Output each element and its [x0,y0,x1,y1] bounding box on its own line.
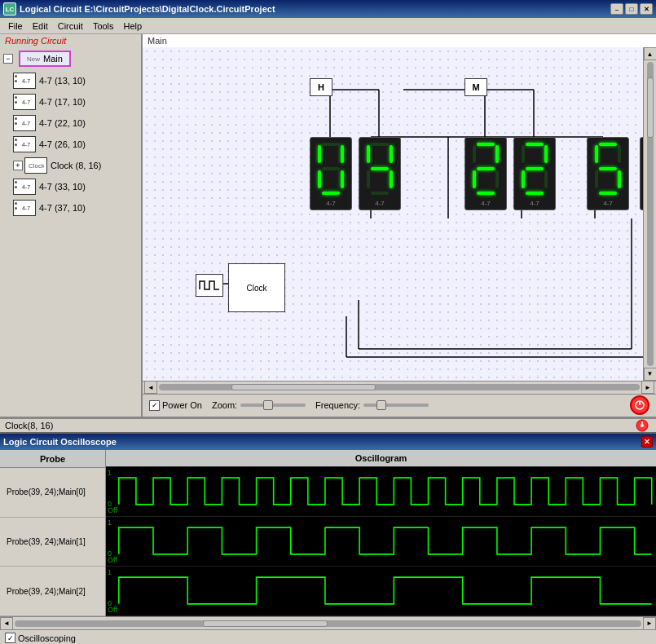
menu-bar: File Edit Circuit Tools Help [0,18,656,34]
seg-display-4: 4-7 [587,137,629,210]
seg-top-2 [477,143,495,146]
minimize-button[interactable]: – [610,3,623,15]
circuit-area: Main [143,34,656,417]
zoom-slider[interactable] [240,404,306,407]
signal-svg-0 [106,467,656,516]
status-bar: Clock(8, 16) [0,418,656,432]
oscilloscope: Logic Circuit Oscilloscope ✕ Probe Probe… [0,432,656,644]
power-button[interactable] [630,395,649,415]
scroll-down-arrow[interactable]: ▼ [644,368,657,381]
osc-scroll-left[interactable]: ◄ [0,617,13,630]
seg-br-2 [495,170,499,188]
seg-tr-1 [390,145,393,163]
seg-top-0 [322,143,340,146]
main-window: Running Circuit − New Main 4-7 4-7 (13, … [0,34,656,644]
h-scrollbar-thumb[interactable] [231,384,376,390]
menu-edit[interactable]: Edit [28,20,53,33]
seg-tr-3 [544,145,548,163]
h-scrollbar[interactable]: ◄ ► [143,381,656,394]
chip-icon-6: 4-7 [13,200,36,216]
chip-icon-5: 4-7 [13,179,36,195]
osc-close-button[interactable]: ✕ [641,436,653,448]
tree-item-label-5: 4-7 (33, 10) [39,182,86,192]
frequency-slider-thumb[interactable] [376,400,386,410]
seg-bl-4 [595,170,598,188]
status-text: Clock(8, 16) [5,421,53,430]
menu-tools[interactable]: Tools [88,20,119,33]
oscilloscoping-control[interactable]: ✓ Oscilloscoping [5,633,76,643]
seg-tr-4 [618,145,621,163]
v-scroll-thumb[interactable] [647,77,654,139]
seg-tl-3 [522,145,525,163]
osc-signal-row-1: 1 0 Off [106,517,656,567]
power-on-control[interactable]: ✓ Power On [149,400,202,411]
osc-scrollbar[interactable]: ◄ ► [0,616,656,629]
frequency-slider[interactable] [363,404,429,407]
seg-label-4: 4-7 [603,200,613,207]
menu-circuit[interactable]: Circuit [53,20,88,33]
top-section: Running Circuit − New Main 4-7 4-7 (13, … [0,34,656,418]
tree-item-6[interactable]: 4-7 4-7 (37, 10) [0,197,141,218]
osc-label-1-row0: 1 [108,469,112,477]
power-on-label: Power On [162,400,202,410]
circuit-area-label: Main [143,34,656,47]
seg-display-3: 4-7 [513,137,556,210]
circuit-wiring [143,47,656,381]
menu-file[interactable]: File [3,20,28,33]
osc-title-bar: Logic Circuit Oscilloscope ✕ [0,434,656,450]
app-icon: LC [3,2,16,15]
tree-item-clock[interactable]: + Clock Clock (8, 16) [0,155,141,176]
seg-mid-3 [526,167,544,170]
power-on-checkbox[interactable]: ✓ [149,400,160,411]
tree-item-label-3: 4-7 (26, 10) [39,139,86,149]
seg-top-1 [371,143,389,146]
tree-item-0[interactable]: 4-7 4-7 (13, 10) [0,70,141,91]
tree-expand[interactable]: − [3,54,13,64]
seg-br-4 [618,170,621,188]
oscilloscoping-checkbox[interactable]: ✓ [5,633,15,643]
clock-expand[interactable]: + [13,161,23,170]
tree-item-5[interactable]: 4-7 4-7 (33, 10) [0,176,141,197]
v-scrollbar[interactable]: ▲ ▼ [643,47,656,381]
left-panel: Running Circuit − New Main 4-7 4-7 (13, … [0,34,143,417]
maximize-button[interactable]: □ [625,3,638,15]
close-button[interactable]: ✕ [640,3,653,15]
osc-probe-header: Probe [0,450,105,468]
seg-inner-2 [471,141,500,198]
h-box: H [310,78,332,96]
frequency-label: Frequency: [315,400,360,410]
zoom-slider-thumb[interactable] [263,400,273,410]
zoom-control[interactable]: Zoom: [212,400,306,410]
scroll-right-arrow[interactable]: ► [641,381,654,394]
scroll-left-arrow[interactable]: ◄ [144,381,157,394]
tree-item-3[interactable]: 4-7 4-7 (26, 10) [0,134,141,155]
tree-item-1[interactable]: 4-7 4-7 (17, 10) [0,91,141,112]
seg-inner-3 [520,141,549,198]
seg-display-1: 4-7 [359,137,401,210]
running-circuit-label: Running Circuit [0,34,141,47]
m-box-label: M [472,82,479,92]
osc-probe-1: Probe(39, 24);Main[1] [0,518,105,567]
osc-body: Probe Probe(39, 24);Main[0] Probe(39, 24… [0,450,656,616]
menu-help[interactable]: Help [119,20,147,33]
osc-scrollbar-thumb[interactable] [203,620,328,627]
osc-scroll-right[interactable]: ► [643,617,656,630]
signal-svg-2 [106,567,656,615]
status-icon [633,419,651,432]
osc-signal-header: Oscillogram [106,450,656,467]
seg-bot-1 [371,192,389,195]
scroll-up-arrow[interactable]: ▲ [644,47,657,60]
tree-item-label-1: 4-7 (17, 10) [39,97,86,107]
osc-scrollbar-track [15,620,641,627]
tree-main-item[interactable]: New Main [19,51,71,67]
seg-top-4 [599,143,617,146]
tree-item-2[interactable]: 4-7 4-7 (22, 10) [0,112,141,134]
seg-bl-0 [318,170,321,188]
seg-mid-4 [599,167,617,170]
seg-br-0 [341,170,344,188]
signal-svg-1 [106,517,656,566]
osc-probe-2: Probe(39, 24);Main[2] [0,567,105,616]
seg-mid-2 [477,167,495,170]
circuit-canvas[interactable]: H M [143,47,656,381]
frequency-control[interactable]: Frequency: [315,400,429,410]
